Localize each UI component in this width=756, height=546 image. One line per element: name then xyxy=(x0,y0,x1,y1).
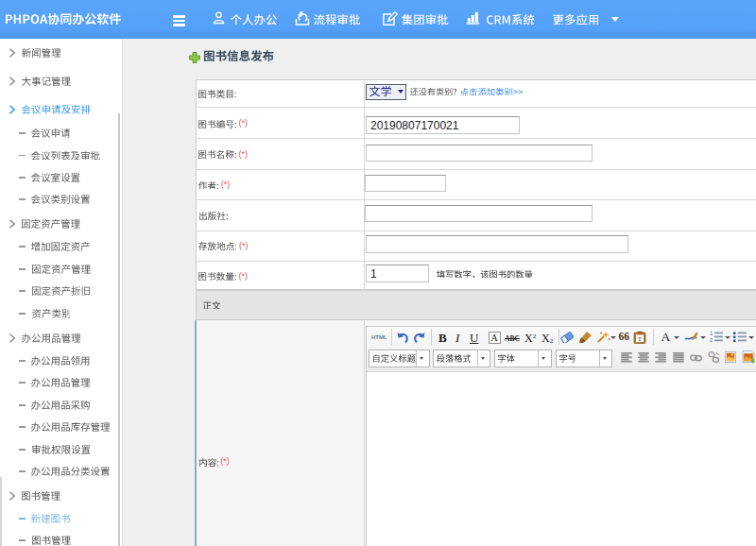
svg-text:T: T xyxy=(638,335,643,343)
svg-text:1: 1 xyxy=(710,331,713,336)
svg-text:2: 2 xyxy=(710,337,713,343)
